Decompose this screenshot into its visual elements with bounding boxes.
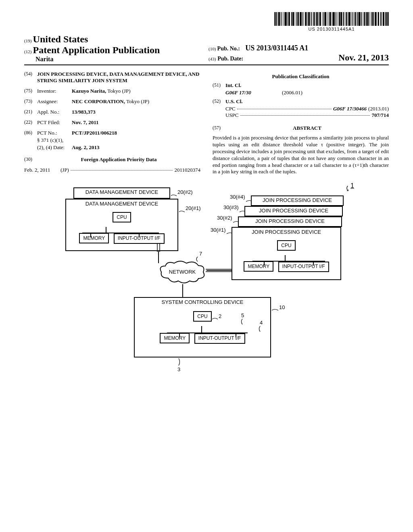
- inventor-location: Tokyo (JP): [107, 88, 130, 94]
- scd-box: SYSTEM CONTROLLING DEVICE CPU MEMORY INP…: [134, 297, 271, 357]
- jpd-box-2: JOIN PROCESSING DEVICE: [238, 216, 342, 227]
- s371-date-label: (2), (4) Date:: [37, 144, 72, 151]
- inventor-label: Inventor:: [37, 88, 72, 94]
- label-20-1: 20(#1): [186, 205, 201, 211]
- appl-no-value: 13/983,373: [72, 109, 200, 115]
- network-cloud: NETWORK: [158, 260, 206, 284]
- publication-type: Patent Application Publication: [33, 45, 160, 55]
- label-3: 3: [177, 366, 180, 372]
- abstract-heading: ABSTRACT: [225, 125, 389, 131]
- leader-20-2: [171, 193, 177, 197]
- foreign-country: (JP): [60, 167, 69, 173]
- pct-filed-value: Nov. 7, 2011: [72, 119, 200, 126]
- scd-io: INPUT-OUTPUT I/F: [194, 333, 245, 343]
- prefix-43: (43): [209, 56, 216, 61]
- pct-no-label: PCT No.:: [37, 130, 72, 136]
- assignee-label: Assignee:: [37, 98, 72, 105]
- code-52: (52): [213, 98, 225, 105]
- label-5: 5: [241, 312, 244, 318]
- jpd-io: INPUT-OUTPUT I/F: [278, 262, 329, 272]
- ref-1: ⤹1: [344, 184, 354, 193]
- code-51: (51): [213, 82, 225, 89]
- assignee-location: Tokyo (JP): [126, 98, 149, 104]
- inventor-name: Kazuyo Narita,: [72, 88, 106, 94]
- uspc-label: USPC: [225, 112, 239, 118]
- jpd-box-4: JOIN PROCESSING DEVICE: [251, 195, 344, 206]
- left-column: (54) JOIN PROCESSING DEVICE, DATA MANAGE…: [24, 71, 200, 175]
- dmd-memory: MEMORY: [79, 233, 109, 243]
- system-diagram: ⤹1 DATA MANAGEMENT DEVICE 20(#2) DATA MA…: [65, 187, 348, 381]
- pub-classification-heading: Publication Classification: [213, 73, 389, 80]
- prefix-19: (19): [24, 38, 31, 43]
- biblio-columns: (54) JOIN PROCESSING DEVICE, DATA MANAGE…: [24, 71, 389, 175]
- code-73: (73): [24, 98, 37, 105]
- scd-memory: MEMORY: [160, 333, 190, 343]
- cpc-value: G06F 17/30466: [333, 106, 367, 112]
- leader-20-1: [179, 209, 185, 213]
- header-inventor: Narita: [35, 56, 53, 62]
- pub-no-label: Pub. No.:: [217, 46, 240, 52]
- pub-date-label: Pub. Date:: [217, 56, 243, 62]
- scd-cpu: CPU: [193, 311, 211, 322]
- prefix-12: (12): [24, 49, 31, 54]
- code-57: (57): [213, 125, 225, 131]
- dmd-box-1: DATA MANAGEMENT DEVICE CPU MEMORY INPUT-…: [65, 199, 178, 251]
- scd-label: SYSTEM CONTROLLING DEVICE: [135, 298, 270, 306]
- jpd-box-1: JOIN PROCESSING DEVICE CPU MEMORY INPUT-…: [232, 227, 341, 280]
- prefix-10: (10): [209, 46, 216, 51]
- pub-date-value: Nov. 21, 2013: [338, 52, 389, 63]
- label-20-2: 20(#2): [177, 189, 193, 195]
- assignee-name: NEC CORPORATION,: [72, 98, 125, 104]
- label-30-4: 30(#4): [230, 194, 245, 200]
- label-30-2: 30(#2): [217, 215, 232, 221]
- jpd-label-1: JOIN PROCESSING DEVICE: [232, 228, 340, 236]
- network-label: NETWORK: [169, 269, 196, 275]
- code-21: (21): [24, 109, 37, 115]
- cpc-label: CPC: [225, 106, 236, 112]
- jpd-cpu: CPU: [277, 240, 295, 251]
- int-cl-date: (2006.01): [282, 89, 302, 96]
- right-column: Publication Classification (51) Int. Cl.…: [213, 71, 389, 175]
- s371-date-value: Aug. 2, 2013: [72, 144, 100, 151]
- appl-no-label: Appl. No.:: [37, 109, 72, 115]
- dmd-label-2: DATA MANAGEMENT DEVICE: [86, 189, 159, 195]
- pub-no-value: US 2013/0311445 A1: [245, 44, 308, 52]
- label-2: 2: [219, 313, 221, 319]
- pct-no-value: PCT/JP2011/006218: [72, 130, 200, 136]
- dmd-cpu: CPU: [113, 212, 131, 222]
- barcode: US 20130311445A1: [274, 12, 389, 31]
- code-75: (75): [24, 88, 37, 94]
- foreign-app-number: 2011020374: [174, 167, 200, 173]
- invention-title: JOIN PROCESSING DEVICE, DATA MANAGEMENT …: [37, 71, 200, 84]
- foreign-date: Feb. 2, 2011: [24, 167, 60, 173]
- country: United States: [33, 34, 88, 44]
- pct-filed-label: PCT Filed:: [37, 119, 72, 126]
- dmd-label-1: DATA MANAGEMENT DEVICE: [66, 200, 177, 208]
- us-cl-label: U.S. Cl.: [225, 98, 243, 104]
- abstract-text: Provided is a join processing device tha…: [213, 135, 389, 175]
- int-cl-code: G06F 17/30: [225, 89, 282, 96]
- cpc-date: (2013.01): [368, 106, 389, 112]
- label-7: 7: [199, 251, 202, 257]
- uspc-value: 707/714: [371, 112, 389, 118]
- jpd-box-3: JOIN PROCESSING DEVICE: [244, 206, 343, 216]
- code-22: (22): [24, 119, 37, 126]
- s371-line: § 371 (c)(1),: [37, 137, 63, 143]
- jpd-label-2: JOIN PROCESSING DEVICE: [255, 218, 325, 224]
- jpd-memory: MEMORY: [244, 261, 273, 272]
- label-10: 10: [279, 304, 285, 310]
- label-30-1: 30(#1): [211, 227, 226, 233]
- barcode-bars: [274, 12, 389, 26]
- barcode-number: US 20130311445A1: [274, 27, 389, 31]
- jpd-label-3: JOIN PROCESSING DEVICE: [259, 208, 328, 214]
- foreign-app-heading: Foreign Application Priority Data: [37, 156, 200, 163]
- code-30: (30): [24, 156, 37, 163]
- header-row: (19) United States (12) Patent Applicati…: [24, 34, 389, 65]
- dmd-box-2: DATA MANAGEMENT DEVICE: [73, 187, 170, 199]
- jpd-label-4: JOIN PROCESSING DEVICE: [263, 197, 332, 203]
- barcode-area: US 20130311445A1: [24, 12, 389, 32]
- label-30-3: 30(#3): [223, 204, 239, 210]
- int-cl-label: Int. Cl.: [225, 82, 241, 88]
- label-4: 4: [260, 320, 263, 326]
- code-86: (86): [24, 130, 37, 136]
